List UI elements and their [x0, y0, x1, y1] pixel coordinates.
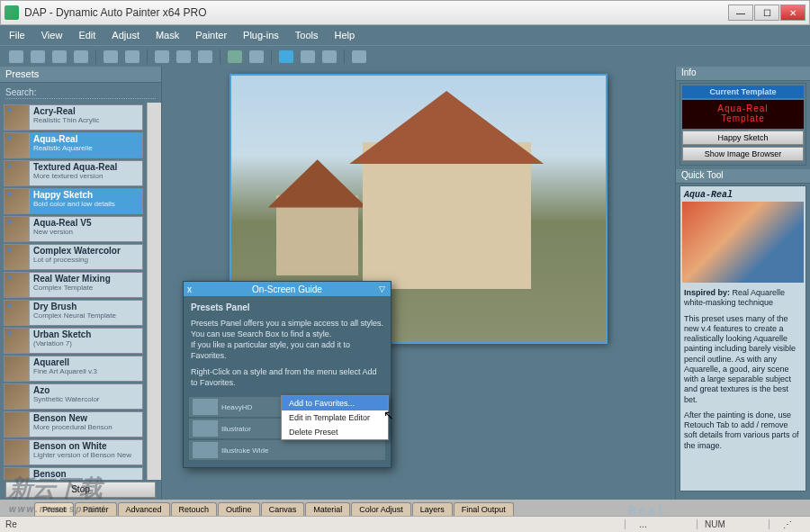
preset-item[interactable]: Benson Sunny Mediterranean v.4 — [4, 467, 143, 480]
preset-sub: More procedural Benson — [33, 423, 139, 431]
menu-plugins[interactable]: Plug-ins — [243, 30, 279, 41]
preset-sub: Lighter version of Benson New — [33, 451, 139, 459]
undo-icon[interactable] — [104, 50, 118, 63]
show-browser-button[interactable]: Show Image Browser — [682, 147, 804, 161]
menu-tools[interactable]: Tools — [295, 30, 319, 41]
save-icon[interactable] — [31, 50, 45, 63]
preset-name: Benson — [33, 469, 139, 479]
preset-name: Dry Brush — [33, 302, 139, 311]
cursor-icon: ↖ — [383, 408, 394, 422]
toolbar — [0, 45, 810, 67]
tab-layers[interactable]: Layers — [412, 502, 453, 516]
menu-adjust[interactable]: Adjust — [112, 30, 140, 41]
canvas-watermark: Real — [628, 503, 666, 518]
stop-icon[interactable] — [249, 50, 264, 63]
wand-icon[interactable] — [352, 50, 366, 63]
preset-name: Happy Sketch — [33, 190, 139, 200]
preset-sub: (Variation 7) — [33, 339, 139, 347]
happy-sketch-button[interactable]: Happy Sketch — [682, 131, 804, 145]
preset-name: Benson New — [33, 413, 139, 423]
refresh-icon[interactable] — [74, 50, 88, 63]
preset-item[interactable]: Aquarell Fine Art Aquarell v.3 — [4, 356, 143, 382]
preset-thumb — [4, 412, 30, 437]
menu-mask[interactable]: Mask — [156, 30, 179, 41]
camera-icon[interactable] — [52, 50, 67, 63]
separator — [220, 50, 220, 64]
guide-toggle-icon[interactable]: ▽ — [379, 284, 385, 293]
preset-item[interactable]: Aqua-Real V5 New version — [4, 216, 143, 242]
preset-sub: Fine Art Aquarell v.3 — [33, 367, 139, 375]
guide-header[interactable]: x On-Screen Guide ▽ — [184, 282, 391, 296]
preset-thumb — [4, 217, 30, 241]
zoom-icon[interactable] — [279, 50, 293, 63]
tab-finaloutput[interactable]: Final Output — [454, 502, 514, 516]
open-icon[interactable] — [9, 50, 23, 63]
ctx-delete-preset[interactable]: Delete Preset — [282, 425, 388, 439]
menu-help[interactable]: Help — [335, 30, 356, 41]
tab-advanced[interactable]: Advanced — [118, 502, 170, 516]
preset-item[interactable]: Urban Sketch (Variation 7) — [4, 328, 143, 354]
preset-item[interactable]: Complex Watercolor Lot of processing — [4, 244, 143, 270]
tab-coloradjust[interactable]: Color Adjust — [351, 502, 411, 516]
preset-sub: Complex Template — [33, 284, 139, 292]
preset-item[interactable]: Benson on White Lighter version of Benso… — [4, 439, 143, 465]
current-template-label: Current Template — [682, 86, 804, 98]
menu-view[interactable]: View — [41, 30, 63, 41]
preset-item[interactable]: Acry-Real Realistic Thin Acrylic — [4, 104, 143, 131]
cloud-icon[interactable] — [301, 50, 315, 63]
tab-material[interactable]: Material — [305, 502, 350, 516]
status-ready: Re — [5, 519, 625, 529]
preset-item[interactable]: Dry Brush Complex Neural Template — [4, 300, 143, 326]
preset-name: Aqua-Real — [33, 134, 139, 144]
rotate-icon[interactable] — [176, 50, 191, 63]
preset-name: Aqua-Real — [682, 188, 804, 202]
resize-grip-icon[interactable]: ⋰ — [769, 519, 805, 529]
window-titlebar: DAP - Dynamic Auto Painter x64 PRO — ☐ ✕ — [0, 0, 810, 25]
crop-icon[interactable] — [155, 50, 169, 63]
tab-preset[interactable]: Preset — [34, 502, 74, 516]
preset-item[interactable]: Textured Aqua-Real More textured version — [4, 160, 143, 186]
preset-name: Complex Watercolor — [33, 246, 139, 256]
tab-retouch[interactable]: Retouch — [171, 502, 218, 516]
tab-painter[interactable]: Painter — [75, 502, 117, 516]
maximize-button[interactable]: ☐ — [754, 5, 779, 21]
flip-icon[interactable] — [198, 50, 212, 63]
tab-outline[interactable]: Outline — [218, 502, 260, 516]
menu-file[interactable]: File — [9, 30, 25, 41]
preset-name: Aqua-Real V5 — [33, 218, 139, 228]
redo-icon[interactable] — [125, 50, 140, 63]
ctx-edit-template[interactable]: Edit in Template Editor — [282, 410, 388, 425]
preset-sub: Realistic Thin Acrylic — [33, 116, 139, 124]
ctx-add-favorites[interactable]: Add to Favorites... — [282, 396, 388, 410]
monitor-icon[interactable] — [322, 50, 337, 63]
preset-item[interactable]: Aqua-Real Realistic Aquarelle — [4, 132, 143, 158]
menu-painter[interactable]: Painter — [195, 30, 227, 41]
status-num: NUM — [697, 519, 733, 529]
sample-row[interactable]: Illustroke Wide — [189, 440, 385, 460]
tab-canvas[interactable]: Canvas — [261, 502, 305, 516]
close-button[interactable]: ✕ — [780, 5, 806, 21]
guide-close-icon[interactable]: x — [187, 284, 192, 294]
preset-name: Urban Sketch — [33, 329, 139, 339]
preset-item[interactable]: Azo Synthetic Watercolor — [4, 383, 143, 410]
preset-thumb — [4, 105, 30, 130]
search-input[interactable]: Search: — [5, 86, 156, 99]
preset-sub: Complex Neural Template — [33, 311, 139, 320]
menu-bar: File View Edit Adjust Mask Painter Plug-… — [0, 25, 810, 45]
preset-item[interactable]: Real Water Mixing Complex Template — [4, 272, 143, 298]
stop-button[interactable]: Stop — [5, 482, 156, 498]
preset-item[interactable]: Happy Sketch Bold color and low details — [4, 188, 143, 214]
preset-item[interactable]: Benson New More procedural Benson — [4, 411, 143, 437]
minimize-button[interactable]: — — [728, 5, 753, 21]
menu-edit[interactable]: Edit — [78, 30, 95, 41]
info-box: Current Template Aqua-RealTemplate Happy… — [680, 83, 806, 166]
preset-thumb — [4, 273, 30, 297]
right-sidebar: Info Current Template Aqua-RealTemplate … — [675, 67, 810, 500]
preset-thumb — [4, 468, 30, 480]
preset-thumbnail — [682, 202, 804, 283]
preset-name: Aquarell — [33, 357, 139, 367]
play-icon[interactable] — [228, 50, 242, 63]
quicktool-header: Quick Tool — [676, 169, 810, 184]
scrollbar[interactable] — [147, 103, 161, 480]
app-icon — [4, 5, 19, 20]
